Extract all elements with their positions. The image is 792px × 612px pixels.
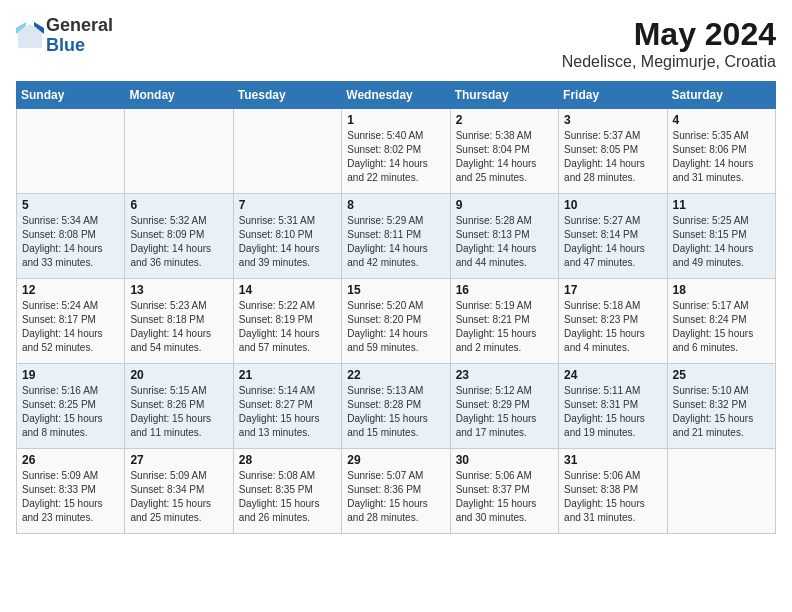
day-info: Sunrise: 5:15 AM Sunset: 8:26 PM Dayligh… bbox=[130, 384, 227, 440]
day-info: Sunrise: 5:06 AM Sunset: 8:37 PM Dayligh… bbox=[456, 469, 553, 525]
calendar-cell: 7Sunrise: 5:31 AM Sunset: 8:10 PM Daylig… bbox=[233, 194, 341, 279]
day-info: Sunrise: 5:23 AM Sunset: 8:18 PM Dayligh… bbox=[130, 299, 227, 355]
day-number: 16 bbox=[456, 283, 553, 297]
header-day-thursday: Thursday bbox=[450, 82, 558, 109]
day-info: Sunrise: 5:31 AM Sunset: 8:10 PM Dayligh… bbox=[239, 214, 336, 270]
day-number: 21 bbox=[239, 368, 336, 382]
header-day-tuesday: Tuesday bbox=[233, 82, 341, 109]
week-row-2: 5Sunrise: 5:34 AM Sunset: 8:08 PM Daylig… bbox=[17, 194, 776, 279]
day-info: Sunrise: 5:32 AM Sunset: 8:09 PM Dayligh… bbox=[130, 214, 227, 270]
calendar-cell: 10Sunrise: 5:27 AM Sunset: 8:14 PM Dayli… bbox=[559, 194, 667, 279]
title-section: May 2024 Nedelisce, Megimurje, Croatia bbox=[562, 16, 776, 71]
logo-blue: Blue bbox=[46, 35, 85, 55]
day-info: Sunrise: 5:25 AM Sunset: 8:15 PM Dayligh… bbox=[673, 214, 770, 270]
calendar-cell: 3Sunrise: 5:37 AM Sunset: 8:05 PM Daylig… bbox=[559, 109, 667, 194]
day-number: 12 bbox=[22, 283, 119, 297]
calendar-cell: 19Sunrise: 5:16 AM Sunset: 8:25 PM Dayli… bbox=[17, 364, 125, 449]
day-info: Sunrise: 5:18 AM Sunset: 8:23 PM Dayligh… bbox=[564, 299, 661, 355]
logo-text: General Blue bbox=[46, 16, 113, 56]
day-info: Sunrise: 5:22 AM Sunset: 8:19 PM Dayligh… bbox=[239, 299, 336, 355]
day-info: Sunrise: 5:19 AM Sunset: 8:21 PM Dayligh… bbox=[456, 299, 553, 355]
day-number: 26 bbox=[22, 453, 119, 467]
day-number: 18 bbox=[673, 283, 770, 297]
logo-icon bbox=[16, 22, 44, 50]
day-info: Sunrise: 5:29 AM Sunset: 8:11 PM Dayligh… bbox=[347, 214, 444, 270]
calendar-cell: 18Sunrise: 5:17 AM Sunset: 8:24 PM Dayli… bbox=[667, 279, 775, 364]
day-number: 23 bbox=[456, 368, 553, 382]
day-info: Sunrise: 5:38 AM Sunset: 8:04 PM Dayligh… bbox=[456, 129, 553, 185]
day-info: Sunrise: 5:13 AM Sunset: 8:28 PM Dayligh… bbox=[347, 384, 444, 440]
calendar-cell: 20Sunrise: 5:15 AM Sunset: 8:26 PM Dayli… bbox=[125, 364, 233, 449]
calendar-cell: 12Sunrise: 5:24 AM Sunset: 8:17 PM Dayli… bbox=[17, 279, 125, 364]
calendar-cell: 16Sunrise: 5:19 AM Sunset: 8:21 PM Dayli… bbox=[450, 279, 558, 364]
calendar-header: SundayMondayTuesdayWednesdayThursdayFrid… bbox=[17, 82, 776, 109]
calendar-cell: 8Sunrise: 5:29 AM Sunset: 8:11 PM Daylig… bbox=[342, 194, 450, 279]
day-number: 17 bbox=[564, 283, 661, 297]
calendar-cell: 15Sunrise: 5:20 AM Sunset: 8:20 PM Dayli… bbox=[342, 279, 450, 364]
day-number: 1 bbox=[347, 113, 444, 127]
calendar-cell: 2Sunrise: 5:38 AM Sunset: 8:04 PM Daylig… bbox=[450, 109, 558, 194]
calendar-cell: 9Sunrise: 5:28 AM Sunset: 8:13 PM Daylig… bbox=[450, 194, 558, 279]
header-row: SundayMondayTuesdayWednesdayThursdayFrid… bbox=[17, 82, 776, 109]
calendar-cell: 28Sunrise: 5:08 AM Sunset: 8:35 PM Dayli… bbox=[233, 449, 341, 534]
calendar: SundayMondayTuesdayWednesdayThursdayFrid… bbox=[16, 81, 776, 534]
day-number: 3 bbox=[564, 113, 661, 127]
header: General Blue May 2024 Nedelisce, Megimur… bbox=[16, 16, 776, 71]
day-number: 10 bbox=[564, 198, 661, 212]
day-number: 30 bbox=[456, 453, 553, 467]
day-number: 5 bbox=[22, 198, 119, 212]
calendar-cell bbox=[17, 109, 125, 194]
calendar-cell: 23Sunrise: 5:12 AM Sunset: 8:29 PM Dayli… bbox=[450, 364, 558, 449]
header-day-sunday: Sunday bbox=[17, 82, 125, 109]
day-number: 25 bbox=[673, 368, 770, 382]
calendar-cell: 14Sunrise: 5:22 AM Sunset: 8:19 PM Dayli… bbox=[233, 279, 341, 364]
header-day-wednesday: Wednesday bbox=[342, 82, 450, 109]
day-number: 15 bbox=[347, 283, 444, 297]
day-number: 8 bbox=[347, 198, 444, 212]
page-subtitle: Nedelisce, Megimurje, Croatia bbox=[562, 53, 776, 71]
calendar-cell: 4Sunrise: 5:35 AM Sunset: 8:06 PM Daylig… bbox=[667, 109, 775, 194]
day-info: Sunrise: 5:10 AM Sunset: 8:32 PM Dayligh… bbox=[673, 384, 770, 440]
day-info: Sunrise: 5:24 AM Sunset: 8:17 PM Dayligh… bbox=[22, 299, 119, 355]
day-info: Sunrise: 5:27 AM Sunset: 8:14 PM Dayligh… bbox=[564, 214, 661, 270]
calendar-cell: 30Sunrise: 5:06 AM Sunset: 8:37 PM Dayli… bbox=[450, 449, 558, 534]
day-number: 4 bbox=[673, 113, 770, 127]
day-number: 31 bbox=[564, 453, 661, 467]
day-number: 19 bbox=[22, 368, 119, 382]
day-info: Sunrise: 5:09 AM Sunset: 8:34 PM Dayligh… bbox=[130, 469, 227, 525]
calendar-body: 1Sunrise: 5:40 AM Sunset: 8:02 PM Daylig… bbox=[17, 109, 776, 534]
day-info: Sunrise: 5:35 AM Sunset: 8:06 PM Dayligh… bbox=[673, 129, 770, 185]
header-day-saturday: Saturday bbox=[667, 82, 775, 109]
day-info: Sunrise: 5:14 AM Sunset: 8:27 PM Dayligh… bbox=[239, 384, 336, 440]
calendar-cell: 21Sunrise: 5:14 AM Sunset: 8:27 PM Dayli… bbox=[233, 364, 341, 449]
day-number: 6 bbox=[130, 198, 227, 212]
calendar-cell: 6Sunrise: 5:32 AM Sunset: 8:09 PM Daylig… bbox=[125, 194, 233, 279]
calendar-cell: 11Sunrise: 5:25 AM Sunset: 8:15 PM Dayli… bbox=[667, 194, 775, 279]
calendar-cell: 29Sunrise: 5:07 AM Sunset: 8:36 PM Dayli… bbox=[342, 449, 450, 534]
day-info: Sunrise: 5:37 AM Sunset: 8:05 PM Dayligh… bbox=[564, 129, 661, 185]
calendar-cell: 31Sunrise: 5:06 AM Sunset: 8:38 PM Dayli… bbox=[559, 449, 667, 534]
day-info: Sunrise: 5:40 AM Sunset: 8:02 PM Dayligh… bbox=[347, 129, 444, 185]
calendar-cell: 1Sunrise: 5:40 AM Sunset: 8:02 PM Daylig… bbox=[342, 109, 450, 194]
calendar-cell: 24Sunrise: 5:11 AM Sunset: 8:31 PM Dayli… bbox=[559, 364, 667, 449]
page-title: May 2024 bbox=[562, 16, 776, 53]
day-info: Sunrise: 5:16 AM Sunset: 8:25 PM Dayligh… bbox=[22, 384, 119, 440]
day-info: Sunrise: 5:09 AM Sunset: 8:33 PM Dayligh… bbox=[22, 469, 119, 525]
day-info: Sunrise: 5:20 AM Sunset: 8:20 PM Dayligh… bbox=[347, 299, 444, 355]
calendar-cell bbox=[125, 109, 233, 194]
day-number: 7 bbox=[239, 198, 336, 212]
calendar-cell: 13Sunrise: 5:23 AM Sunset: 8:18 PM Dayli… bbox=[125, 279, 233, 364]
week-row-5: 26Sunrise: 5:09 AM Sunset: 8:33 PM Dayli… bbox=[17, 449, 776, 534]
day-info: Sunrise: 5:08 AM Sunset: 8:35 PM Dayligh… bbox=[239, 469, 336, 525]
day-number: 9 bbox=[456, 198, 553, 212]
header-day-friday: Friday bbox=[559, 82, 667, 109]
day-number: 20 bbox=[130, 368, 227, 382]
day-number: 14 bbox=[239, 283, 336, 297]
day-number: 11 bbox=[673, 198, 770, 212]
day-number: 2 bbox=[456, 113, 553, 127]
calendar-cell: 22Sunrise: 5:13 AM Sunset: 8:28 PM Dayli… bbox=[342, 364, 450, 449]
logo-general: General bbox=[46, 15, 113, 35]
calendar-cell bbox=[667, 449, 775, 534]
calendar-cell: 25Sunrise: 5:10 AM Sunset: 8:32 PM Dayli… bbox=[667, 364, 775, 449]
day-number: 13 bbox=[130, 283, 227, 297]
